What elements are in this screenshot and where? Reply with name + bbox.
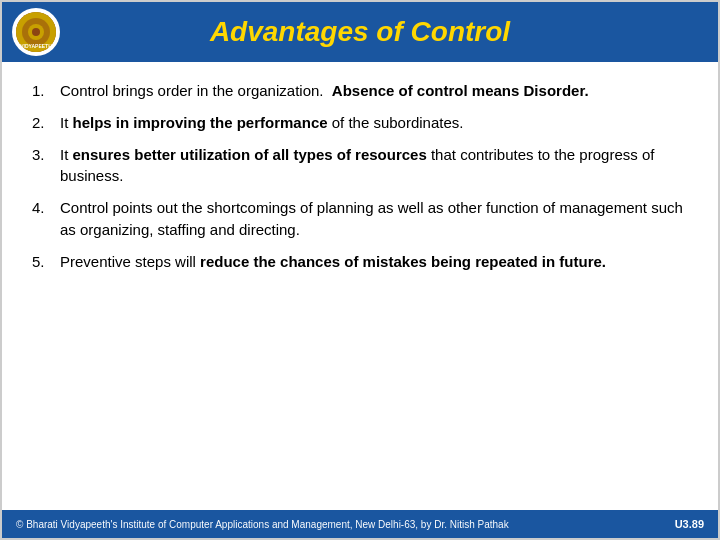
list-item: 2. It helps in improving the performance… — [32, 112, 688, 134]
footer-text: © Bharati Vidyapeeth's Institute of Comp… — [16, 519, 509, 530]
list-item: 5. Preventive steps will reduce the chan… — [32, 251, 688, 273]
item-text-5: Preventive steps will reduce the chances… — [60, 251, 688, 273]
item-number-5: 5. — [32, 251, 60, 273]
list-item: 1. Control brings order in the organizat… — [32, 80, 688, 102]
item-number-3: 3. — [32, 144, 60, 166]
logo-inner: VIDYAPEETH — [16, 12, 56, 52]
item-number-1: 1. — [32, 80, 60, 102]
logo: VIDYAPEETH — [12, 8, 60, 56]
page-title: Advantages of Control — [210, 16, 510, 48]
header: VIDYAPEETH Advantages of Control — [2, 2, 718, 62]
item-number-2: 2. — [32, 112, 60, 134]
slide-number: U3.89 — [675, 518, 704, 530]
item-text-1: Control brings order in the organization… — [60, 80, 688, 102]
svg-point-3 — [32, 28, 40, 36]
list-item: 4. Control points out the shortcomings o… — [32, 197, 688, 241]
item-number-4: 4. — [32, 197, 60, 219]
footer: © Bharati Vidyapeeth's Institute of Comp… — [2, 510, 718, 538]
item-text-3: It ensures better utilization of all typ… — [60, 144, 688, 188]
slide-container: VIDYAPEETH Advantages of Control 1. Cont… — [0, 0, 720, 540]
item-text-2: It helps in improving the performance of… — [60, 112, 688, 134]
item-text-4: Control points out the shortcomings of p… — [60, 197, 688, 241]
svg-text:VIDYAPEETH: VIDYAPEETH — [20, 43, 52, 49]
list-item: 3. It ensures better utilization of all … — [32, 144, 688, 188]
content-area: 1. Control brings order in the organizat… — [2, 62, 718, 510]
